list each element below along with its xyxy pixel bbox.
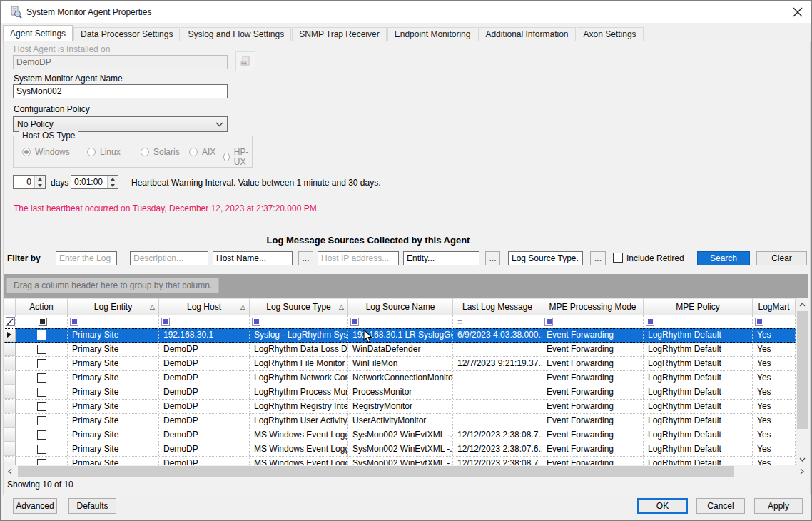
row-indicator-cell[interactable]	[4, 371, 16, 385]
ok-button[interactable]: OK	[637, 498, 688, 514]
grid-cell-action[interactable]	[16, 328, 68, 342]
filter-select-icon[interactable]	[755, 318, 763, 326]
grid-cell[interactable]: LogRhythm File Monitor (...	[250, 357, 348, 370]
grid-cell[interactable]: LogRhythm Default	[644, 371, 753, 385]
column-header-mpe-processing-mode[interactable]: MPE Processing Mode	[542, 298, 644, 315]
grid-cell-action[interactable]	[16, 371, 68, 385]
tab-additional-information[interactable]: Additional Information	[478, 27, 575, 41]
grid-cell[interactable]: Primary Site	[68, 442, 159, 456]
grid-cell[interactable]	[453, 400, 542, 413]
days-up-icon[interactable]	[35, 176, 45, 182]
grid-cell[interactable]: Yes	[753, 442, 796, 456]
interval-down-icon[interactable]	[108, 182, 118, 188]
grid-cell[interactable]: Event Forwarding	[542, 371, 644, 385]
grid-row[interactable]: Primary SiteDemoDPLogRhythm Network Conn…	[4, 371, 808, 385]
filter-check-icon[interactable]	[39, 318, 47, 326]
grid-cell[interactable]: LogRhythm Registry Integri...	[250, 400, 348, 413]
close-icon[interactable]	[791, 6, 804, 19]
row-checkbox[interactable]	[37, 416, 46, 425]
grid-cell[interactable]: UserActivityMonitor	[348, 414, 453, 428]
grid-cell[interactable]: Yes	[753, 328, 796, 342]
row-checkbox[interactable]	[37, 445, 46, 454]
grid-cell[interactable]: SysMon002 WinEvtXML -...	[348, 442, 453, 456]
host-name-browse-button[interactable]: ...	[298, 251, 313, 265]
grid-cell-action[interactable]	[16, 414, 68, 428]
include-retired-checkbox[interactable]	[613, 253, 623, 263]
grid-cell[interactable]: Primary Site	[68, 428, 159, 442]
grid-cell[interactable]: Primary Site	[68, 400, 159, 413]
row-checkbox[interactable]	[37, 330, 46, 340]
row-checkbox[interactable]	[37, 345, 46, 354]
grid-cell[interactable]: DemoDP	[159, 385, 250, 399]
grid-cell[interactable]: LogRhythm Process Monit...	[250, 385, 348, 399]
description-filter-input[interactable]	[130, 251, 208, 265]
grid-cell[interactable]: Event Forwarding	[542, 357, 644, 370]
filter-cell-last-log-message[interactable]: =	[453, 315, 542, 328]
interval-spinner[interactable]: 0:01:00	[71, 175, 118, 189]
grid-cell[interactable]: Primary Site	[68, 371, 159, 385]
days-spinner[interactable]: 0	[13, 175, 46, 189]
grid-row[interactable]: Primary SiteDemoDPLogRhythm Registry Int…	[4, 400, 808, 414]
row-checkbox[interactable]	[37, 402, 46, 411]
filter-select-icon[interactable]	[161, 318, 170, 326]
column-header-last-log-message[interactable]: Last Log Message	[453, 298, 542, 315]
column-header-mpe-policy[interactable]: MPE Policy	[644, 298, 753, 315]
grid-cell[interactable]: LogRhythm Default	[644, 442, 753, 456]
grid-cell[interactable]: Yes	[753, 371, 796, 385]
vertical-scroll-thumb[interactable]	[797, 311, 808, 429]
row-indicator-cell[interactable]	[4, 328, 16, 342]
row-indicator-cell[interactable]	[4, 385, 16, 399]
filter-cell-action[interactable]	[16, 315, 68, 328]
grid-cell[interactable]: 12/7/2023 9:21:19.37...	[453, 357, 542, 370]
scroll-left-icon[interactable]	[4, 465, 16, 477]
grid-cell[interactable]: ProcessMonitor	[348, 385, 453, 399]
search-button[interactable]: Search	[697, 251, 750, 265]
grid-cell[interactable]: Primary Site	[68, 328, 159, 342]
grid-cell[interactable]: MS Windows Event Loggin...	[250, 428, 348, 442]
grid-cell[interactable]: DemoDP	[159, 442, 250, 456]
grid-cell[interactable]: Event Forwarding	[542, 442, 644, 456]
grid-cell[interactable]: Yes	[753, 414, 796, 428]
grid-row[interactable]: Primary Site192.168.30.1Syslog - LogRhyt…	[4, 328, 808, 343]
host-name-filter-input[interactable]	[213, 251, 293, 265]
grid-cell[interactable]: Yes	[753, 400, 796, 413]
row-checkbox[interactable]	[37, 430, 46, 440]
grid-cell[interactable]: DemoDP	[159, 400, 250, 413]
filter-select-icon[interactable]	[252, 318, 260, 326]
grid-cell[interactable]: MS Windows Event Loggin...	[250, 442, 348, 456]
row-indicator-cell[interactable]	[4, 414, 16, 428]
grid-cell[interactable]: LogRhythm Data Loss Def...	[250, 343, 348, 356]
filter-cell-log-entity[interactable]	[68, 315, 159, 328]
tab-syslog-and-flow-settings[interactable]: Syslog and Flow Settings	[181, 27, 291, 41]
filter-cell-log-host[interactable]	[159, 315, 250, 328]
filter-cell-log-source-name[interactable]	[348, 315, 453, 328]
grid-cell[interactable]: LogRhythm Network Conn...	[250, 371, 348, 385]
horizontal-scroll-thumb[interactable]	[18, 466, 734, 477]
grid-cell[interactable]: LogRhythm User Activity M...	[250, 414, 348, 428]
grid-cell[interactable]: Event Forwarding	[542, 343, 644, 356]
grid-cell[interactable]: LogRhythm Default	[644, 400, 753, 413]
tab-axon-settings[interactable]: Axon Settings	[577, 27, 644, 41]
grid-cell-action[interactable]	[16, 385, 68, 399]
row-indicator-cell[interactable]	[4, 442, 16, 456]
filter-cell-log-source-type[interactable]	[250, 315, 348, 328]
grid-cell[interactable]: LogRhythm Default	[644, 328, 753, 342]
grid-cell[interactable]: DemoDP	[159, 414, 250, 428]
grid-cell[interactable]: DemoDP	[159, 371, 250, 385]
grid-cell[interactable]: Event Forwarding	[542, 414, 644, 428]
filter-edit-cell[interactable]	[4, 315, 16, 328]
agent-name-field[interactable]	[13, 84, 228, 98]
grid-cell[interactable]: Yes	[753, 385, 796, 399]
horizontal-scrollbar[interactable]	[4, 465, 808, 477]
log-source-type-browse-button[interactable]: ...	[590, 251, 606, 265]
apply-button[interactable]: Apply	[754, 498, 803, 514]
grid-cell-action[interactable]	[16, 343, 68, 356]
column-header-logmart[interactable]: LogMart	[753, 298, 796, 315]
grid-cell[interactable]: 6/9/2023 4:03:38.000...	[453, 328, 542, 342]
scroll-down-icon[interactable]	[796, 453, 808, 465]
grid-cell[interactable]: 192.168.30.1 LR SyslogGen	[348, 328, 453, 342]
group-by-bar[interactable]: Drag a column header here to group by th…	[4, 274, 808, 298]
filter-cell-mpe-processing-mode[interactable]	[542, 315, 644, 328]
filter-cell-mpe-policy[interactable]	[644, 315, 753, 328]
days-down-icon[interactable]	[35, 182, 45, 188]
